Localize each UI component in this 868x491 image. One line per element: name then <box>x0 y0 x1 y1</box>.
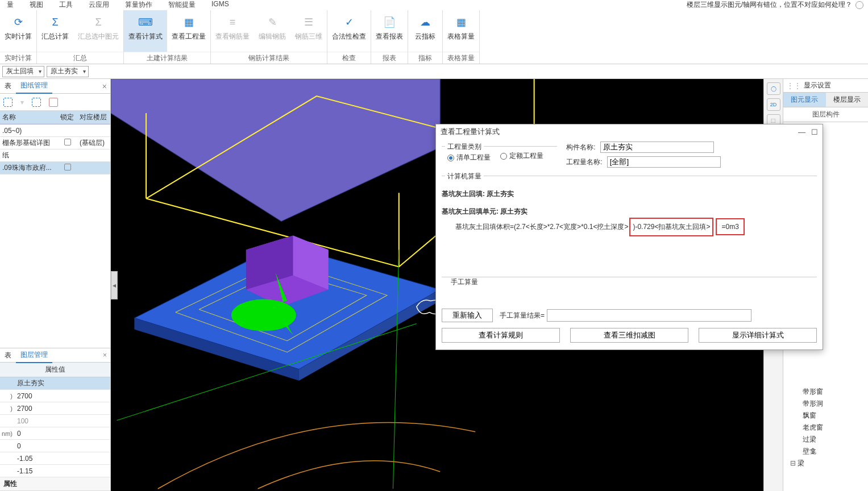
ribbon-group-label: 报表 <box>371 52 408 64</box>
property-row[interactable]: -1.15 <box>0 465 110 477</box>
ribbon-查看报表[interactable]: 📄查看报表 <box>371 10 408 52</box>
menu-item[interactable]: IGMS <box>211 0 229 8</box>
ribbon-label: 汇总选中图元 <box>78 32 119 41</box>
ribbon-group-label: 表格算量 <box>443 52 479 64</box>
tab-drawing-mgmt[interactable]: 图纸管理 <box>16 78 52 94</box>
component-name-label: 构件名称: <box>566 143 595 152</box>
view-3d-icon[interactable]: ◯ <box>767 82 780 95</box>
tree-item[interactable]: 壁龛 <box>784 446 867 457</box>
sub-toolbar: 灰土回填 原土夯实 <box>0 64 868 79</box>
menu-item[interactable]: 视图 <box>30 0 43 10</box>
calc-body: 基坑灰土回填: 原土夯实 基坑灰土回填单元: 原土夯实 基坑灰土回填体积=(2.… <box>436 186 823 271</box>
ribbon-group-label: 汇总 <box>37 52 123 64</box>
calculation-dialog: 查看工程量计算式 ― ☐ 工程量类别 清单工程量 定额工程量 构件名称: 工程量… <box>435 124 823 350</box>
property-row[interactable]: -1.05 <box>0 452 110 465</box>
radio-bill-qty[interactable]: 清单工程量 <box>447 153 491 163</box>
prop-header: 属性值 <box>0 363 110 377</box>
list-header: 名称 锁定 对应楼层 <box>0 111 110 124</box>
menu-item[interactable]: 智能提量 <box>168 0 196 10</box>
ribbon-查看钢筋量: ≡查看钢筋量 <box>211 10 254 52</box>
left-panel: 表 图纸管理 × ▾ 名称 锁定 对应楼层 .05~0)棚条形基础详图(基础层)… <box>0 79 111 491</box>
left-tabs-2: 表 图层管理 × <box>0 348 110 363</box>
radio-quota-qty[interactable]: 定额工程量 <box>500 151 543 161</box>
minimize-icon[interactable]: ― <box>798 128 805 136</box>
ribbon-label: 云指标 <box>415 32 435 41</box>
ribbon-label: 编辑钢筋 <box>259 32 286 41</box>
left-tabs: 表 图纸管理 × <box>0 79 110 94</box>
ribbon-group-label: 钢筋计算结果 <box>211 52 327 64</box>
panel-title: 显示设置 <box>804 81 831 90</box>
tool-icon[interactable] <box>32 98 41 107</box>
query-text: 楼层三维显示图元/轴网有错位，位置不对应如何处理？ <box>687 0 852 10</box>
ribbon-查看工程量[interactable]: ▦查看工程量 <box>167 10 210 52</box>
combo-fill-type[interactable]: 灰土回填 <box>2 66 44 77</box>
tree-group[interactable]: 梁 <box>784 457 867 469</box>
calc-line2: 基坑灰土回填单元: 原土夯实 <box>442 207 817 217</box>
dialog-title: 查看工程量计算式 <box>441 127 500 137</box>
tab-floor-display[interactable]: 楼层显示 <box>826 93 869 107</box>
menu-item[interactable]: 算量协作 <box>125 0 152 10</box>
ribbon-icon: ⟳ <box>11 15 26 30</box>
top-query: 楼层三维显示图元/轴网有错位，位置不对应如何处理？ <box>687 0 863 10</box>
ribbon-group-label: 土建计算结果 <box>124 52 210 64</box>
tab-table2[interactable]: 表 <box>0 348 16 363</box>
view-rules-button[interactable]: 查看计算规则 <box>442 328 560 343</box>
tree-item[interactable]: 飘窗 <box>784 410 867 422</box>
component-name-input[interactable] <box>600 142 714 153</box>
ribbon-查看计算式[interactable]: ⌨查看计算式 <box>124 10 167 52</box>
ribbon-label: 查看钢筋量 <box>215 32 250 41</box>
ribbon-icon: ≡ <box>225 15 240 30</box>
ribbon-label: 汇总计算 <box>41 32 69 41</box>
tree-item[interactable]: 过梁 <box>784 434 867 446</box>
ribbon-云指标[interactable]: ☁云指标 <box>408 10 442 52</box>
ribbon-表格算量[interactable]: ▦表格算量 <box>443 10 479 52</box>
view-3d-deduct-button[interactable]: 查看三维扣减图 <box>570 328 688 343</box>
menu-item[interactable]: 云应用 <box>89 0 109 10</box>
maximize-icon[interactable]: ☐ <box>811 128 818 136</box>
tab-layer-mgmt[interactable]: 图层管理 <box>16 348 52 363</box>
ribbon-汇总计算[interactable]: Σ汇总计算 <box>37 10 73 52</box>
tree-item[interactable]: 带形窗 <box>784 386 867 398</box>
tab-table[interactable]: 表 <box>0 79 16 93</box>
mini-toolbar: ▾ <box>0 94 110 111</box>
drawing-row[interactable]: 棚条形基础详图(基础层) <box>0 137 110 149</box>
property-row[interactable]: 原土夯实 <box>0 377 110 390</box>
highlight-deduction: )-0.729<扣基坑灰土回填> <box>629 218 713 236</box>
property-row[interactable]: )2700 <box>0 402 110 415</box>
reenter-button[interactable]: 重新输入 <box>442 309 493 322</box>
close-icon[interactable]: × <box>103 351 107 359</box>
calc-legend: 计算机算量 <box>445 172 484 181</box>
ribbon-icon: ⌨ <box>138 15 153 30</box>
ribbon-label: 实时计算 <box>5 32 32 41</box>
property-row[interactable]: 100 <box>0 415 110 427</box>
ribbon-实时计算[interactable]: ⟳实时计算 <box>0 10 36 52</box>
manual-result-input[interactable] <box>547 309 751 322</box>
ribbon-group-label: 指标 <box>408 52 442 64</box>
ribbon-合法性检查[interactable]: ✓合法性检查 <box>327 10 371 52</box>
tree-item[interactable]: 老虎窗 <box>784 422 867 434</box>
property-row[interactable]: )2700 <box>0 390 110 402</box>
tab-element-display[interactable]: 图元显示 <box>783 93 826 107</box>
view-detail-button[interactable]: 显示详细计算式 <box>699 328 817 343</box>
delete-icon[interactable] <box>49 98 58 107</box>
property-row[interactable]: nm)0 <box>0 427 110 440</box>
close-icon[interactable]: × <box>102 82 107 91</box>
ribbon-钢筋三维: ☰钢筋三维 <box>290 10 327 52</box>
ribbon-group-label: 检查 <box>327 52 371 64</box>
drawing-row[interactable]: .09珠海市政府... <box>0 162 110 174</box>
menu-item[interactable]: 量 <box>7 0 14 10</box>
ribbon-icon: 📄 <box>382 15 397 30</box>
menu-item[interactable]: 工具 <box>59 0 73 10</box>
drawing-row[interactable]: 纸 <box>0 149 110 162</box>
drawing-row[interactable]: .05~0) <box>0 124 110 137</box>
ribbon-汇总选中图元: Σ汇总选中图元 <box>73 10 123 52</box>
view-2d-icon[interactable]: 2D <box>767 98 780 111</box>
qty-name-input[interactable] <box>607 156 721 168</box>
tool-icon[interactable] <box>3 98 13 107</box>
ribbon-icon: ☁ <box>418 15 433 30</box>
combo-component[interactable]: 原土夯实 <box>47 66 89 77</box>
property-row[interactable]: 0 <box>0 440 110 452</box>
search-icon[interactable] <box>855 1 863 9</box>
tree-item[interactable]: 带形洞 <box>784 398 867 410</box>
ribbon: ⟳实时计算实时计算Σ汇总计算Σ汇总选中图元汇总⌨查看计算式▦查看工程量土建计算结… <box>0 10 868 64</box>
